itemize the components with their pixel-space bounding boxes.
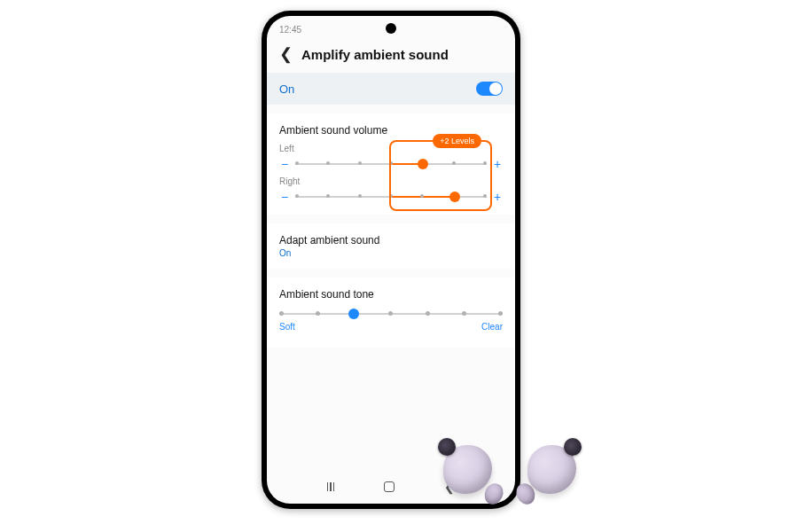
status-time: 12:45 bbox=[279, 25, 301, 35]
right-plus-button[interactable]: + bbox=[492, 190, 503, 204]
right-slider-row: − + bbox=[279, 190, 503, 204]
right-label: Right bbox=[279, 176, 503, 186]
adapt-value: On bbox=[279, 248, 503, 258]
tone-dots bbox=[279, 311, 503, 316]
nav-home-icon[interactable] bbox=[384, 481, 395, 492]
left-dots bbox=[295, 161, 487, 165]
earbud-right bbox=[519, 434, 585, 501]
left-plus-button[interactable]: + bbox=[492, 157, 503, 171]
tone-slider[interactable]: Soft Clear bbox=[279, 313, 503, 332]
tone-clear-label: Clear bbox=[481, 322, 503, 332]
right-minus-button[interactable]: − bbox=[279, 190, 290, 204]
left-slider[interactable] bbox=[295, 159, 487, 169]
right-thumb[interactable] bbox=[449, 192, 460, 202]
tone-thumb[interactable] bbox=[348, 309, 359, 319]
earbuds-image bbox=[434, 434, 585, 501]
left-label: Left bbox=[279, 144, 503, 153]
adapt-row[interactable]: Adapt ambient sound On bbox=[267, 223, 515, 269]
tone-track bbox=[279, 313, 503, 315]
volume-section: Ambient sound volume Left − + Right − bbox=[267, 113, 515, 215]
tone-section: Ambient sound tone Soft Clear bbox=[267, 278, 515, 348]
tone-soft-label: Soft bbox=[279, 322, 295, 332]
volume-title: Ambient sound volume bbox=[279, 124, 503, 137]
camera-hole bbox=[386, 23, 396, 34]
left-thumb[interactable] bbox=[418, 159, 428, 169]
right-slider[interactable] bbox=[295, 192, 487, 202]
left-minus-button[interactable]: − bbox=[279, 157, 290, 171]
left-slider-row: − + bbox=[279, 157, 503, 171]
tone-labels: Soft Clear bbox=[279, 322, 503, 332]
master-toggle-switch[interactable] bbox=[476, 82, 503, 96]
phone-screen: 12:45 ❮ Amplify ambient sound On Ambient… bbox=[267, 16, 515, 504]
adapt-title: Adapt ambient sound bbox=[279, 234, 503, 246]
master-toggle-label: On bbox=[279, 82, 294, 96]
tone-title: Ambient sound tone bbox=[279, 288, 503, 301]
earbud-left bbox=[434, 434, 501, 501]
back-icon[interactable]: ❮ bbox=[279, 46, 293, 62]
master-toggle-row[interactable]: On bbox=[267, 73, 515, 105]
toggle-knob bbox=[489, 82, 502, 95]
nav-recent-icon[interactable] bbox=[327, 482, 335, 491]
page-header: ❮ Amplify ambient sound bbox=[267, 39, 515, 73]
page-title: Amplify ambient sound bbox=[301, 47, 449, 62]
